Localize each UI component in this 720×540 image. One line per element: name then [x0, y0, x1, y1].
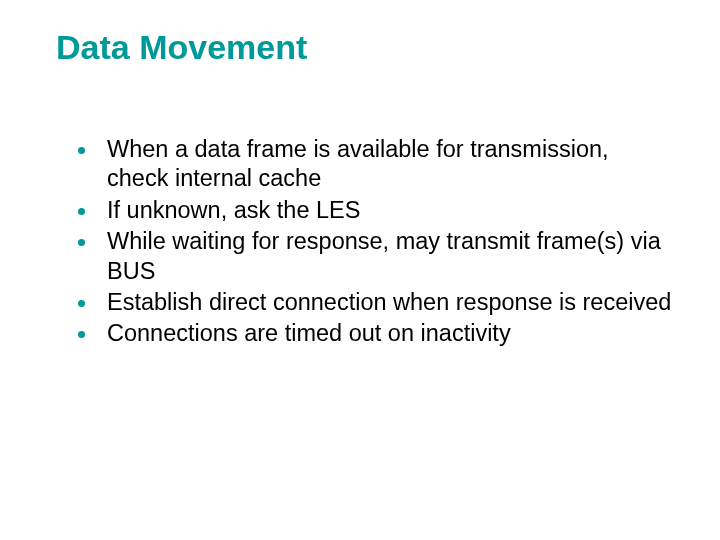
- list-item: Connections are timed out on inactivity: [78, 319, 672, 348]
- bullet-text: Establish direct connection when respons…: [107, 288, 671, 317]
- bullet-text: When a data frame is available for trans…: [107, 135, 672, 194]
- bullet-icon: [78, 208, 85, 215]
- bullet-text: While waiting for response, may transmit…: [107, 227, 672, 286]
- list-item: If unknown, ask the LES: [78, 196, 672, 225]
- slide-title: Data Movement: [56, 28, 672, 67]
- list-item: While waiting for response, may transmit…: [78, 227, 672, 286]
- slide: Data Movement When a data frame is avail…: [0, 0, 720, 540]
- bullet-list: When a data frame is available for trans…: [56, 135, 672, 349]
- bullet-icon: [78, 300, 85, 307]
- bullet-icon: [78, 147, 85, 154]
- list-item: When a data frame is available for trans…: [78, 135, 672, 194]
- bullet-icon: [78, 331, 85, 338]
- bullet-icon: [78, 239, 85, 246]
- bullet-text: If unknown, ask the LES: [107, 196, 360, 225]
- list-item: Establish direct connection when respons…: [78, 288, 672, 317]
- bullet-text: Connections are timed out on inactivity: [107, 319, 511, 348]
